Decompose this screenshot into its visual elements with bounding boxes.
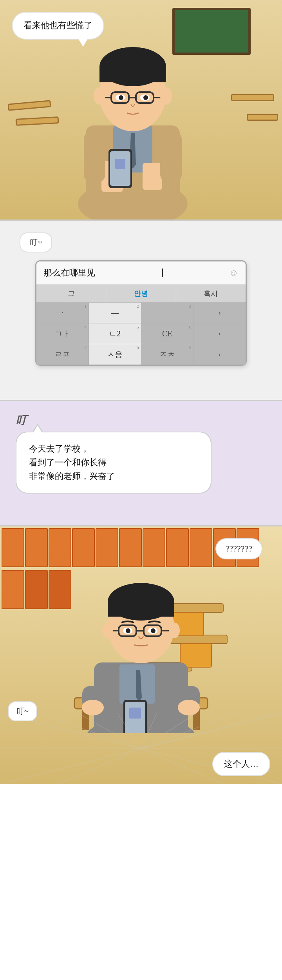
keyboard: · 1 — 2 3 › ㄱ	[36, 303, 246, 365]
panel1-bubble-text: 看来他也有些慌了	[24, 20, 92, 30]
svg-rect-21	[84, 131, 105, 182]
svg-line-65	[141, 713, 274, 749]
suggest-item-3[interactable]: 혹시	[176, 285, 246, 302]
locker-8	[166, 528, 189, 567]
key-rp[interactable]: ㄹㅍ 7	[36, 344, 89, 365]
teacher-sitting-figure	[51, 564, 231, 733]
panel4-zhe-bubble: 这个人…	[212, 752, 270, 776]
locker-9	[190, 528, 212, 567]
phone-cursor	[162, 269, 163, 277]
key-empty-3[interactable]: 3	[141, 303, 194, 323]
locker-3	[49, 528, 71, 567]
panel3-ding: 叮	[16, 413, 266, 428]
suggest-item-2[interactable]: 안녕	[106, 285, 176, 302]
svg-point-56	[102, 622, 113, 638]
svg-rect-22	[160, 131, 182, 182]
svg-line-60	[78, 713, 141, 749]
locker-13	[25, 570, 48, 609]
svg-line-66	[141, 713, 282, 749]
svg-point-54	[126, 628, 130, 633]
emoji-icon: ☺	[229, 268, 239, 278]
panel-1: 看来他也有些慌了	[0, 0, 282, 220]
phone-screen: 那么在哪里见 ☺ 그 안녕 혹시	[35, 260, 247, 366]
panel1-speech-bubble: 看来他也有些慌了	[12, 12, 104, 40]
desk-bg-4	[247, 114, 278, 121]
manga-page: 看来他也有些慌了	[0, 0, 282, 784]
svg-rect-6	[99, 67, 166, 82]
panel2-ding-text: 叮~	[30, 238, 42, 247]
locker-2	[25, 528, 48, 567]
suggest-item-1[interactable]: 그	[36, 285, 106, 302]
svg-rect-20	[143, 163, 162, 190]
locker-6	[119, 528, 142, 567]
key-n2[interactable]: ㄴ2 5	[89, 323, 141, 344]
key-ce-label: CE	[162, 329, 172, 338]
desk-bg-3	[231, 94, 274, 101]
panel4-zhe-text: 这个人…	[224, 759, 258, 769]
phone-input-bar: 那么在哪里见 ☺	[36, 261, 246, 285]
svg-point-39	[82, 700, 104, 715]
key-jch[interactable]: ㅈㅊ 9	[141, 344, 194, 365]
panel4-ding-text: 叮~	[16, 707, 29, 715]
keyboard-row-3: ㄹㅍ 7 ㅅ응 8 ㅈㅊ 9 ›	[36, 344, 246, 365]
panel4-question-text: ???????	[226, 544, 252, 554]
panel-4: ??????? 叮~	[0, 525, 282, 784]
panel4-ding-bubble: 叮~	[8, 701, 37, 721]
panel-2: 叮~ 那么在哪里见 ☺ 그 안녕 혹시	[0, 220, 282, 400]
key-arrow-right-2[interactable]: ›	[193, 323, 246, 344]
panel-3: 叮 今天去了学校，看到了一个和你长得非常像的老师，兴奋了	[0, 400, 282, 525]
keyboard-suggestions: 그 안녕 혹시	[36, 285, 246, 303]
svg-line-69	[0, 749, 141, 784]
svg-point-57	[169, 622, 180, 638]
key-arrow-right[interactable]: ›	[193, 303, 246, 323]
panel2-ding-bubble: 叮~	[20, 232, 52, 252]
teacher-figure	[51, 16, 215, 220]
panel3-message-bubble: 今天去了学校，看到了一个和你长得非常像的老师，兴奋了	[16, 432, 212, 494]
key-dash[interactable]: — 2	[89, 303, 141, 323]
svg-rect-19	[115, 159, 125, 169]
svg-point-23	[94, 87, 105, 105]
key-dot[interactable]: · 1	[36, 303, 89, 323]
svg-point-55	[151, 628, 155, 633]
panel4-question-bubble: ???????	[215, 538, 262, 559]
key-ga[interactable]: ㄱㅏ 4	[36, 323, 89, 344]
svg-line-64	[141, 713, 235, 749]
keyboard-row-1: · 1 — 2 3 ›	[36, 303, 246, 323]
locker-1	[2, 528, 24, 567]
locker-4	[72, 528, 95, 567]
svg-line-59	[39, 713, 141, 749]
locker-7	[143, 528, 165, 567]
svg-rect-46	[108, 602, 174, 617]
key-ce[interactable]: CE 6	[141, 323, 194, 344]
keyboard-row-2: ㄱㅏ 4 ㄴ2 5 CE 6 ›	[36, 323, 246, 344]
svg-point-24	[160, 87, 172, 105]
panel3-message-text: 今天去了学校，看到了一个和你长得非常像的老师，兴奋了	[29, 444, 115, 481]
svg-line-61	[118, 713, 141, 749]
svg-rect-29	[180, 644, 212, 667]
svg-point-15	[143, 95, 148, 100]
svg-point-14	[119, 95, 123, 100]
locker-5	[96, 528, 118, 567]
svg-line-62	[141, 713, 157, 749]
locker-12	[2, 570, 24, 609]
svg-point-40	[178, 700, 200, 715]
phone-input-text: 那么在哪里见	[43, 267, 95, 279]
key-arrow-right-3[interactable]: ›	[193, 344, 246, 365]
key-se[interactable]: ㅅ응 8	[89, 344, 141, 365]
